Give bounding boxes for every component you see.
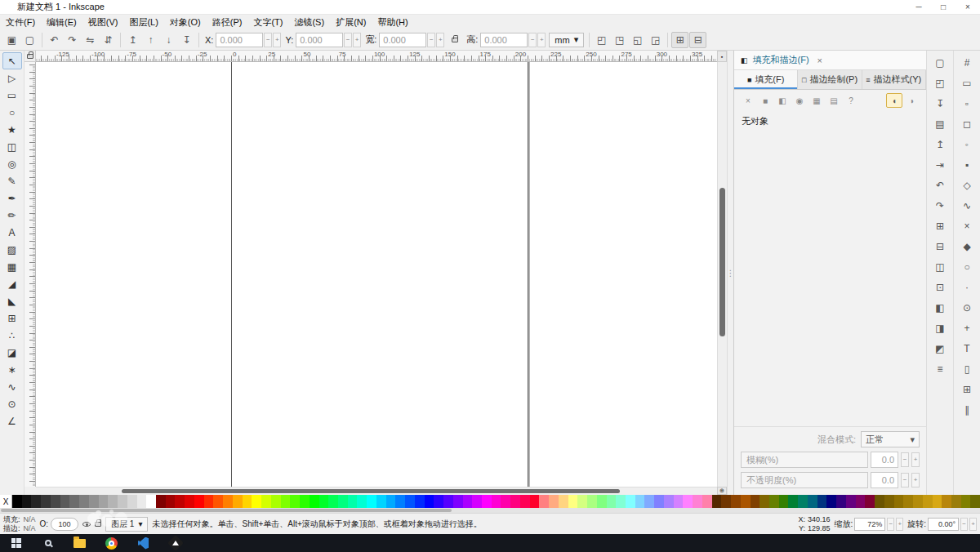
mesh-tool[interactable]: ▦ [2,258,22,275]
palette-swatch[interactable] [137,495,147,508]
palette-swatch[interactable] [99,495,109,508]
menu-text[interactable]: 文字(T) [247,16,288,29]
canvas-corner-button[interactable]: ⊕ [717,487,727,495]
vertical-scrollbar[interactable] [717,62,727,487]
measure-tool[interactable]: ∠ [2,412,22,430]
open-document-button[interactable]: ◰ [930,74,950,92]
stroke-indicator[interactable]: N/A [24,524,36,533]
snap-cusp-nodes-toggle[interactable]: ◆ [957,238,977,256]
connector-tool[interactable]: ⊞ [2,309,22,327]
paste-button[interactable]: ⊟ [930,238,950,256]
rotation-input[interactable]: 0.00° [928,518,959,531]
menu-layer[interactable]: 图层(L) [123,16,163,29]
opacity-decrement-button[interactable]: − [901,473,909,487]
palette-swatch[interactable] [510,495,520,508]
y-decrement-button[interactable]: − [344,33,352,47]
palette-swatch[interactable] [501,495,510,508]
rectangle-tool[interactable]: ▭ [2,87,22,104]
units-dropdown[interactable]: mm ▾ [549,33,584,47]
palette-swatch[interactable] [386,495,396,508]
palette-swatch[interactable] [798,495,808,508]
close-button[interactable]: × [956,0,980,14]
palette-swatch[interactable] [271,495,281,508]
vertical-ruler[interactable] [24,62,36,487]
canvas[interactable] [36,62,717,487]
palette-swatch[interactable] [607,495,617,508]
palette-swatch[interactable] [903,495,913,508]
lpe-tool[interactable]: ∿ [2,378,22,395]
palette-swatch[interactable] [233,495,243,508]
radial-gradient-button[interactable]: ◉ [791,93,808,108]
palette-swatch[interactable] [846,495,856,508]
gradient-transform-toggle[interactable]: ◱ [629,32,646,48]
palette-swatch[interactable] [194,495,204,508]
no-paint-button[interactable]: × [740,93,756,108]
eraser-tool[interactable]: ◪ [2,344,22,361]
palette-swatch[interactable] [367,495,376,508]
snap-bbox-midpoints-toggle[interactable]: ◦ [957,136,977,154]
visual-bbox-toggle[interactable]: ⊟ [689,32,706,48]
palette-swatch[interactable] [425,495,434,508]
palette-swatch[interactable] [539,495,549,508]
palette-swatch[interactable] [482,495,492,508]
palette-swatch[interactable] [175,495,185,508]
snap-smooth-nodes-toggle[interactable]: ○ [957,258,977,276]
select-all-button[interactable]: ▣ [3,32,20,48]
layer-visibility-icon[interactable] [82,522,91,527]
lower-to-bottom-button[interactable]: ↧ [178,32,195,48]
no-color-swatch[interactable]: X [0,495,12,508]
vscode-button[interactable] [127,534,159,552]
rotation-decrement-button[interactable]: − [960,518,968,531]
palette-swatch[interactable] [443,495,453,508]
group-button[interactable]: ◧ [930,299,950,317]
zoom-input[interactable]: 72% [854,518,885,531]
flat-color-button[interactable]: ■ [757,93,773,108]
unknown-paint-button[interactable]: ? [843,93,859,108]
blur-input[interactable]: 0.0 [871,452,898,468]
palette-swatch[interactable] [492,495,501,508]
palette-swatch[interactable] [817,495,827,508]
pattern-button[interactable]: ▦ [808,93,825,108]
dropper-tool[interactable]: ◢ [2,275,22,292]
snap-guides-toggle[interactable]: ∥ [957,401,977,419]
palette-swatch[interactable] [702,495,712,508]
y-increment-button[interactable]: + [353,33,361,47]
palette-swatch[interactable] [779,495,789,508]
blend-mode-dropdown[interactable]: 正常 ▾ [861,431,920,447]
rotation-increment-button[interactable]: + [969,518,977,531]
x-input[interactable]: 0.000 [216,33,263,47]
palette-swatch[interactable] [463,495,473,508]
palette-swatch[interactable] [79,495,89,508]
import-button[interactable]: ↥ [930,136,950,154]
palette-swatch[interactable] [434,495,443,508]
snap-text-baseline-toggle[interactable]: T [957,340,977,358]
palette-swatch[interactable] [204,495,214,508]
palette-swatch[interactable] [127,495,137,508]
palette-swatch[interactable] [41,495,51,508]
corners-transform-toggle[interactable]: ◳ [611,32,628,48]
palette-swatch[interactable] [654,495,664,508]
box3d-tool[interactable]: ◫ [2,138,22,155]
snap-intersections-toggle[interactable]: × [957,217,977,235]
menu-view[interactable]: 视图(V) [82,16,124,29]
palette-swatch[interactable] [31,495,41,508]
paint-bucket-tool[interactable]: ◣ [2,292,22,309]
palette-swatch[interactable] [89,495,99,508]
palette-swatch[interactable] [970,495,980,508]
lower-button[interactable]: ↓ [160,32,177,48]
palette-swatch[interactable] [395,495,405,508]
palette-swatch[interactable] [223,495,233,508]
height-decrement-button[interactable]: − [528,33,537,47]
palette-swatch[interactable] [577,495,587,508]
text-tool[interactable]: A [2,224,22,241]
palette-swatch[interactable] [549,495,559,508]
palette-swatch[interactable] [118,495,127,508]
palette-swatch[interactable] [951,495,961,508]
object-opacity-input[interactable]: 100 [51,518,78,531]
snap-bbox-corners-toggle[interactable]: ◻ [957,115,977,133]
palette-swatch[interactable] [836,495,846,508]
palette-swatch[interactable] [300,495,310,508]
menu-file[interactable]: 文件(F) [0,16,41,29]
palette-swatch[interactable] [146,495,156,508]
palette-swatch[interactable] [894,495,904,508]
